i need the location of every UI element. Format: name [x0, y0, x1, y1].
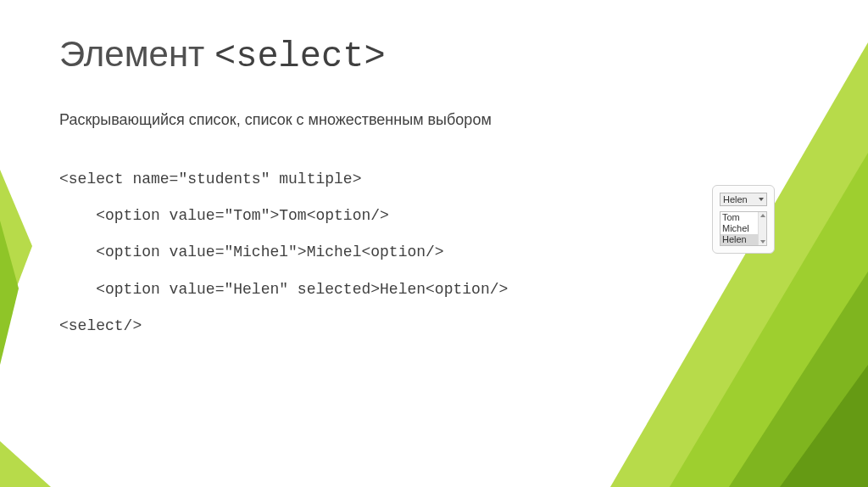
code-line: <option value="Michel">Michel<option/>: [59, 244, 444, 260]
title-tag: <select>: [214, 36, 386, 77]
svg-marker-6: [0, 441, 51, 487]
code-block: <select name="students" multiple> <optio…: [59, 161, 809, 344]
code-line: <select/>: [59, 317, 142, 334]
slide-subtitle: Раскрывающийся список, список с множеств…: [59, 111, 809, 129]
code-line: <select name="students" multiple>: [59, 171, 361, 188]
code-line: <option value="Helen" selected>Helen<opt…: [59, 281, 508, 298]
title-word: Элемент: [59, 34, 214, 74]
slide-content: Элемент <select> Раскрывающийся список, …: [0, 0, 868, 344]
slide-title: Элемент <select>: [59, 34, 809, 77]
code-line: <option value="Tom">Tom<option/>: [59, 207, 389, 224]
